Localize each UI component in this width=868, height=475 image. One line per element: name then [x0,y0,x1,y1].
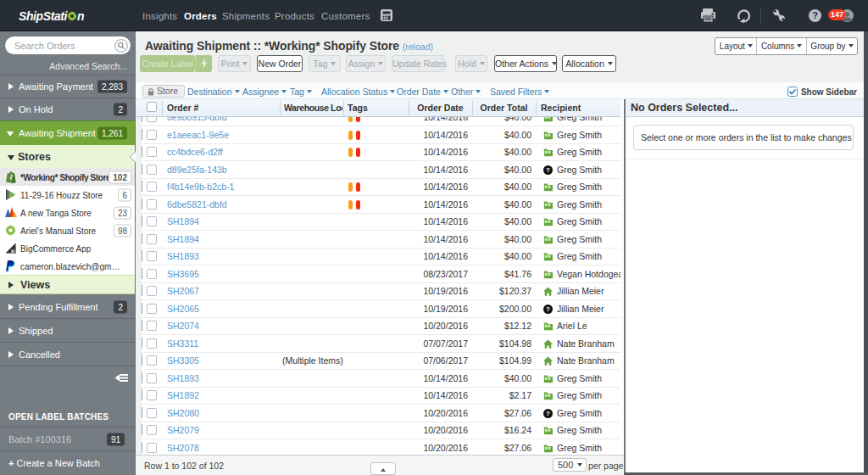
svg-text:?: ? [546,166,550,174]
svg-text:?: ? [546,305,550,313]
svg-text:b: b [11,248,14,253]
svg-text:?: ? [546,410,550,417]
